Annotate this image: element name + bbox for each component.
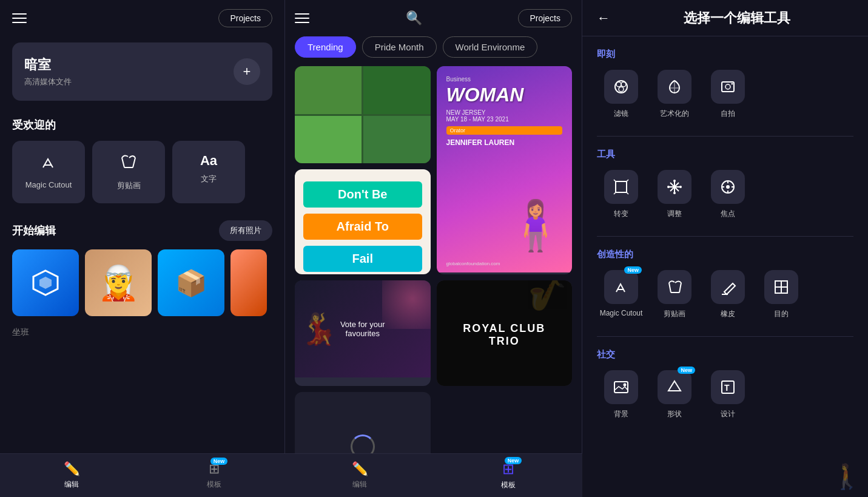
magic-cutout-icon-box: New [604,270,638,304]
inspire-line3: Fail [303,246,422,272]
svg-rect-27 [781,281,787,287]
svg-point-19 [726,185,730,189]
dark-room-card[interactable]: 暗室 高清媒体文件 + [12,42,272,101]
tool-background[interactable]: 背景 [597,370,645,419]
tool-adjust[interactable]: 调整 [650,170,699,219]
transform-label: 转变 [614,209,628,219]
template-green-collage[interactable] [295,66,431,163]
photos-row: 🧝 📦 [12,249,272,316]
tool-card-collage[interactable]: 剪贴画 [92,141,165,203]
start-edit-header: 开始编辑 所有照片 [12,220,272,241]
tool-filter[interactable]: 滤镜 [597,70,645,119]
dark-room-title: 暗室 [24,56,72,74]
dark-room-text: 暗室 高清媒体文件 [24,56,72,87]
adjust-label: 调整 [667,209,682,219]
svg-rect-9 [616,181,627,192]
middle-nav-template[interactable]: ⊞ New 模板 [501,461,516,490]
template-vote[interactable]: Vote for yourfavourites 💃 [295,280,431,385]
photo-thumb-4[interactable] [230,249,267,316]
tools-row-social: 背景 New 形状 T 设计 [597,370,853,419]
middle-bottom-nav: ✏️ 编辑 ⊞ New 模板 [285,453,582,497]
hamburger-icon[interactable] [12,13,27,23]
shape-icon-box: New [658,370,691,404]
photo-thumb-3[interactable]: 📦 [158,249,224,316]
nav-template-label: 模板 [207,479,221,490]
background-icon-box [604,370,638,404]
magic-cutout-icon [39,153,58,175]
tools-row-creative: New Magic Cutout 剪贴画 [597,270,853,319]
tool-design[interactable]: T 设计 [704,370,752,419]
vote-text: Vote for yourfavourites [340,320,385,338]
middle-hamburger-icon[interactable] [295,13,309,23]
tool-shape[interactable]: New 形状 [650,370,699,419]
royal-text: ROYAL CLUBTRIO [463,322,545,348]
tool-purpose[interactable]: 目的 [757,270,806,319]
woman-template-content: Business WOMAN NEW JERSEYMAY 18 - MAY 23… [437,66,573,272]
purpose-label: 目的 [774,309,789,319]
photo-thumb-1[interactable] [12,249,79,316]
tool-artistic[interactable]: 艺术化的 [650,70,699,119]
tool-label-magic-cutout: Magic Cutout [25,180,72,189]
tool-card-magic-cutout[interactable]: Magic Cutout [12,141,85,203]
middle-nav-edit[interactable]: ✏️ 编辑 [352,461,368,490]
middle-nav-edit-label: 编辑 [352,479,367,490]
tool-magic-cutout[interactable]: New Magic Cutout [597,270,645,319]
artistic-label: 艺术化的 [660,109,689,119]
inspire-content: Don't Be Afraid To Fail Be Afraid OfNot … [295,169,431,274]
tool-label-text: 文字 [201,174,217,184]
tool-focus[interactable]: 焦点 [704,170,752,219]
template-woman-business[interactable]: Business WOMAN NEW JERSEYMAY 18 - MAY 23… [437,66,573,274]
tab-world[interactable]: World Environme [443,36,538,58]
royal-deco: 🎷 [528,280,566,313]
magic-cutout-new-badge: New [624,266,642,274]
filter-label: 滤镜 [614,109,628,119]
tool-transform[interactable]: 转变 [597,170,645,219]
tab-trending[interactable]: Trending [295,36,356,58]
transform-icon-box [604,170,638,204]
woman-sub-info: NEW JERSEYMAY 18 - MAY 23 2021 [446,109,563,123]
filter-icon-box [604,70,638,104]
footer-label: 坐班 [12,327,272,338]
tabs-bar: Trending Pride Month World Environme [285,36,582,66]
template-inspire[interactable]: Don't Be Afraid To Fail Be Afraid OfNot … [295,169,431,274]
add-button[interactable]: + [234,58,260,85]
left-content: 暗室 高清媒体文件 + 受欢迎的 Magic Cutout [0,36,284,497]
tool-selfie[interactable]: 自拍 [704,70,752,119]
nav-edit-label: 编辑 [64,479,79,490]
woman-website: globalconfoundation.com [446,261,500,266]
middle-panel: 🔍 Projects Trending Pride Month World En… [285,0,582,497]
nav-edit[interactable]: ✏️ 编辑 [64,461,80,490]
collage-right-label: 剪贴画 [664,309,685,319]
nav-template[interactable]: ⊞ New 模板 [207,461,221,490]
tool-collage-right[interactable]: 剪贴画 [650,270,699,319]
all-photos-button[interactable]: 所有照片 [219,220,272,241]
left-projects-button[interactable]: Projects [218,9,272,27]
middle-header: 🔍 Projects [285,0,582,36]
dark-room-subtitle: 高清媒体文件 [24,76,72,87]
divider-2 [597,236,853,237]
woman-main-title: WOMAN [446,85,563,104]
middle-projects-button[interactable]: Projects [518,9,572,27]
section-tools-title: 工具 [597,149,853,160]
svg-text:T: T [724,383,730,393]
svg-point-14 [673,180,676,182]
inspire-line1: Don't Be [303,181,422,208]
inspire-line2: Afraid To [303,214,422,240]
tool-card-text[interactable]: Aa 文字 [172,141,245,203]
eraser-icon-box [711,270,745,304]
edit-nav-icon: ✏️ [64,461,80,477]
back-button[interactable]: ← [597,10,610,26]
royal-content: 🎷 ROYAL CLUBTRIO [437,280,573,385]
svg-rect-29 [781,287,787,293]
section-instant-title: 即刻 [597,49,853,60]
eraser-label: 橡皮 [721,309,735,319]
tool-eraser[interactable]: 橡皮 [704,270,752,319]
tab-pride[interactable]: Pride Month [362,36,437,58]
svg-point-8 [732,83,733,85]
svg-point-7 [725,84,730,89]
photo-thumb-2[interactable]: 🧝 [85,249,152,316]
search-button[interactable]: 🔍 [406,10,422,26]
template-royal[interactable]: 🎷 ROYAL CLUBTRIO [437,280,573,385]
svg-point-4 [621,82,626,87]
collage-right-icon-box [658,270,691,304]
